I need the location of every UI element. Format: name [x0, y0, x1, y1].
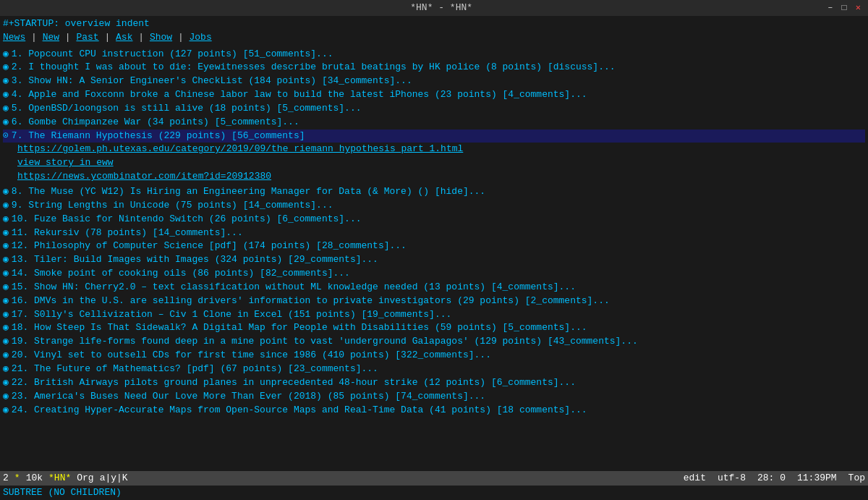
story-text[interactable]: 10. Fuze Basic for Nintendo Switch (26 p… [12, 213, 362, 226]
story-bullet: ◉ [3, 349, 9, 363]
minimize-button[interactable]: – [825, 2, 835, 14]
story-item[interactable]: ◉1. Popcount CPU instruction (127 points… [3, 48, 865, 62]
nav-separator: | [132, 32, 149, 43]
story-item[interactable]: ◉3. Show HN: A Senior Engineer's CheckLi… [3, 75, 865, 88]
story-wrapper-24: ◉24. Creating Hyper-Accurate Maps from O… [3, 404, 865, 418]
story-item[interactable]: ◉20. Vinyl set to outsell CDs for first … [3, 349, 865, 363]
nav-item-past[interactable]: Past [76, 32, 98, 43]
story-item[interactable]: ◉23. America's Buses Need Our Love More … [3, 390, 865, 404]
nav-item-news[interactable]: News [3, 32, 25, 43]
status-line-num: 2 [3, 472, 9, 485]
status-hn: *HN* [48, 472, 71, 485]
story-bullet: ◉ [3, 75, 9, 88]
status-bar: 2 * 10k *HN* Org a|y|K editutf-828: 011:… [0, 471, 868, 486]
story-item[interactable]: ◉17. S0lly's Cellivization – Civ 1 Clone… [3, 308, 865, 322]
story-bullet: ◉ [3, 199, 9, 213]
close-button[interactable]: ✕ [853, 2, 864, 14]
story-text[interactable]: 19. Strange life-forms found deep in a m… [12, 335, 638, 349]
story-text[interactable]: 22. British Airways pilots ground planes… [12, 376, 576, 390]
status-org: Org [77, 472, 93, 485]
story-item[interactable]: ◉11. Rekursiv (78 points) [14_comments].… [3, 226, 865, 240]
story-wrapper-6: ◉6. Gombe Chimpanzee War (34 points) [5_… [3, 116, 865, 130]
story-item[interactable]: ◉22. British Airways pilots ground plane… [3, 376, 865, 390]
story-wrapper-5: ◉5. OpenBSD/loongson is still alive (18 … [3, 102, 865, 116]
story-item[interactable]: ◉12. Philosophy of Computer Science [pdf… [3, 240, 865, 253]
story-text[interactable]: 24. Creating Hyper-Accurate Maps from Op… [12, 404, 587, 418]
story-item[interactable]: ◉14. Smoke point of cooking oils (86 poi… [3, 267, 865, 281]
story-item[interactable]: ◉16. DMVs in the U.S. are selling driver… [3, 295, 865, 308]
story-bullet: ◉ [3, 267, 9, 281]
story-item[interactable]: ◉13. Tiler: Build Images with Images (32… [3, 253, 865, 267]
story-item[interactable]: ⊙7. The Riemann Hypothesis (229 points) … [3, 130, 865, 143]
window-controls[interactable]: – □ ✕ [825, 2, 868, 14]
story-text[interactable]: 12. Philosophy of Computer Science [pdf]… [12, 240, 407, 253]
nav-separator: | [172, 32, 189, 43]
status-scroll: Top [848, 472, 865, 485]
content-area: #+STARTUP: overview indent News | New | … [0, 16, 868, 470]
story-text[interactable]: 3. Show HN: A Senior Engineer's CheckLis… [12, 75, 412, 88]
nav-item-jobs[interactable]: Jobs [190, 32, 212, 43]
story-text[interactable]: 9. String Lengths in Unicode (75 points)… [12, 199, 333, 213]
story-bullet: ⊙ [3, 130, 9, 143]
story-wrapper-12: ◉12. Philosophy of Computer Science [pdf… [3, 240, 865, 253]
story-sub-link[interactable]: view story in eww [17, 156, 865, 170]
story-text[interactable]: 1. Popcount CPU instruction (127 points)… [12, 48, 333, 62]
story-text[interactable]: 2. I thought I was about to die: Eyewitn… [12, 61, 616, 75]
story-item[interactable]: ◉24. Creating Hyper-Accurate Maps from O… [3, 404, 865, 418]
story-wrapper-18: ◉18. How Steep Is That Sidewalk? A Digit… [3, 321, 865, 335]
nav-item-show[interactable]: Show [150, 32, 172, 43]
story-item[interactable]: ◉5. OpenBSD/loongson is still alive (18 … [3, 102, 865, 116]
story-bullet: ◉ [3, 295, 9, 308]
nav-item-ask[interactable]: Ask [116, 32, 132, 43]
nav-separator: | [99, 32, 116, 43]
story-item[interactable]: ◉2. I thought I was about to die: Eyewit… [3, 61, 865, 75]
story-item[interactable]: ◉15. Show HN: Cherry2.0 – text classific… [3, 281, 865, 295]
story-item[interactable]: ◉9. String Lengths in Unicode (75 points… [3, 199, 865, 213]
story-item[interactable]: ◉10. Fuze Basic for Nintendo Switch (26 … [3, 213, 865, 226]
story-item[interactable]: ◉18. How Steep Is That Sidewalk? A Digit… [3, 321, 865, 335]
story-wrapper-11: ◉11. Rekursiv (78 points) [14_comments].… [3, 226, 865, 240]
story-bullet: ◉ [3, 390, 9, 404]
status-position: 28: 0 [757, 472, 786, 485]
story-item[interactable]: ◉8. The Muse (YC W12) Is Hiring an Engin… [3, 185, 865, 199]
story-wrapper-20: ◉20. Vinyl set to outsell CDs for first … [3, 349, 865, 363]
story-text[interactable]: 4. Apple and Foxconn broke a Chinese lab… [12, 88, 587, 102]
story-text[interactable]: 20. Vinyl set to outsell CDs for first t… [12, 349, 491, 363]
story-sub-link[interactable]: https://news.ycombinator.com/item?id=209… [17, 170, 865, 184]
story-text[interactable]: 8. The Muse (YC W12) Is Hiring an Engine… [12, 185, 485, 199]
maximize-button[interactable]: □ [839, 2, 850, 14]
story-text[interactable]: 23. America's Buses Need Our Love More T… [12, 390, 485, 404]
story-bullet: ◉ [3, 48, 9, 62]
story-text[interactable]: 17. S0lly's Cellivization – Civ 1 Clone … [12, 308, 452, 322]
story-wrapper-21: ◉21. The Future of Mathematics? [pdf] (6… [3, 363, 865, 376]
story-text[interactable]: 14. Smoke point of cooking oils (86 poin… [12, 267, 350, 281]
story-text[interactable]: 16. DMVs in the U.S. are selling drivers… [12, 295, 610, 308]
story-text[interactable]: 21. The Future of Mathematics? [pdf] (67… [12, 363, 378, 376]
story-text[interactable]: 13. Tiler: Build Images with Images (324… [12, 253, 378, 267]
story-sub-link[interactable]: https://golem.ph.utexas.edu/category/201… [17, 143, 865, 156]
story-item[interactable]: ◉4. Apple and Foxconn broke a Chinese la… [3, 88, 865, 102]
story-text[interactable]: 18. How Steep Is That Sidewalk? A Digita… [12, 321, 587, 335]
story-text[interactable]: 7. The Riemann Hypothesis (229 points) [… [12, 130, 305, 143]
story-text[interactable]: 15. Show HN: Cherry2.0 – text classifica… [12, 281, 576, 295]
story-item[interactable]: ◉19. Strange life-forms found deep in a … [3, 335, 865, 349]
status-encoding: utf-8 [718, 472, 746, 485]
story-bullet: ◉ [3, 240, 9, 253]
nav-item-new[interactable]: New [43, 32, 59, 43]
story-bullet: ◉ [3, 185, 9, 199]
title-bar: *HN* - *HN* – □ ✕ [0, 0, 868, 16]
status-fold: a|y|K [100, 472, 128, 485]
story-wrapper-2: ◉2. I thought I was about to die: Eyewit… [3, 61, 865, 75]
story-wrapper-23: ◉23. America's Buses Need Our Love More … [3, 390, 865, 404]
story-text[interactable]: 5. OpenBSD/loongson is still alive (18 p… [12, 102, 362, 116]
story-text[interactable]: 11. Rekursiv (78 points) [14_comments]..… [12, 226, 243, 240]
story-bullet: ◉ [3, 308, 9, 322]
story-bullet: ◉ [3, 281, 9, 295]
story-wrapper-14: ◉14. Smoke point of cooking oils (86 poi… [3, 267, 865, 281]
story-list: ◉1. Popcount CPU instruction (127 points… [3, 48, 865, 470]
startup-line: #+STARTUP: overview indent [3, 17, 865, 30]
story-text[interactable]: 6. Gombe Chimpanzee War (34 points) [5_c… [12, 116, 299, 130]
story-item[interactable]: ◉21. The Future of Mathematics? [pdf] (6… [3, 363, 865, 376]
nav-separator: | [25, 32, 42, 43]
story-item[interactable]: ◉6. Gombe Chimpanzee War (34 points) [5_… [3, 116, 865, 130]
